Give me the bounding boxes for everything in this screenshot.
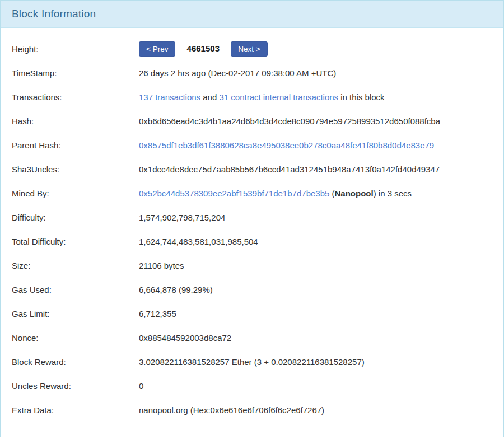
panel-header: Block Information <box>1 1 503 28</box>
extra-data-value: nanopool.org (Hex:0x6e616e6f706f6f6c2e6f… <box>139 405 492 415</box>
row-difficulty: Difficulty: 1,574,902,798,715,204 <box>12 205 492 230</box>
row-total-difficulty: Total Difficulty: 1,624,744,483,581,031,… <box>12 230 492 254</box>
gas-used-value: 6,664,878 (99.29%) <box>139 285 492 294</box>
row-nonce: Nonce: 0x885484592003d8ca72 <box>12 326 492 350</box>
total-difficulty-label: Total Difficulty: <box>12 237 139 246</box>
sha3uncles-label: Sha3Uncles: <box>12 165 139 174</box>
parent-hash-value: 0x8575df1eb3df61f3880628ca8e495038ee0b27… <box>139 141 492 150</box>
transactions-value: 137 transactions and 31 contract interna… <box>139 92 492 102</box>
next-block-button[interactable]: Next > <box>231 41 267 57</box>
height-value-group: < Prev 4661503 Next > <box>139 41 492 57</box>
transactions-mid-text: and <box>200 92 219 102</box>
timestamp-label: TimeStamp: <box>12 68 139 78</box>
size-label: Size: <box>12 261 139 270</box>
prev-block-button[interactable]: < Prev <box>139 41 175 57</box>
row-block-reward: Block Reward: 3.020822116381528257 Ether… <box>12 350 492 374</box>
panel-body: Height: < Prev 4661503 Next > TimeStamp:… <box>1 28 503 428</box>
internal-transactions-link[interactable]: 31 contract internal transactions <box>219 92 338 102</box>
parent-hash-link[interactable]: 0x8575df1eb3df61f3880628ca8e495038ee0b27… <box>139 141 434 150</box>
hash-label: Hash: <box>12 116 139 126</box>
row-size: Size: 21106 bytes <box>12 254 492 278</box>
block-height-value: 4661503 <box>187 44 220 53</box>
row-sha3uncles: Sha3Uncles: 0x1dcc4de8dec75d7aab85b567b6… <box>12 157 492 181</box>
gas-limit-label: Gas Limit: <box>12 309 139 319</box>
block-reward-label: Block Reward: <box>12 357 139 367</box>
block-reward-value: 3.020822116381528257 Ether (3 + 0.020822… <box>139 357 492 367</box>
row-timestamp: TimeStamp: 26 days 2 hrs ago (Dec-02-201… <box>12 61 492 85</box>
size-value: 21106 bytes <box>139 261 492 270</box>
transactions-suffix-text: in this block <box>338 92 385 102</box>
row-parent-hash: Parent Hash: 0x8575df1eb3df61f3880628ca8… <box>12 133 492 157</box>
mined-by-label: Mined By: <box>12 189 139 198</box>
uncles-reward-value: 0 <box>139 381 492 391</box>
row-uncles-reward: Uncles Reward: 0 <box>12 374 492 398</box>
mined-by-value: 0x52bc44d5378309ee2abf1539bf71de1b7d7be3… <box>139 189 492 198</box>
nonce-label: Nonce: <box>12 333 139 343</box>
row-gas-limit: Gas Limit: 6,712,355 <box>12 302 492 326</box>
difficulty-label: Difficulty: <box>12 213 139 222</box>
row-mined-by: Mined By: 0x52bc44d5378309ee2abf1539bf71… <box>12 181 492 205</box>
extra-data-label: Extra Data: <box>12 405 139 415</box>
row-transactions: Transactions: 137 transactions and 31 co… <box>12 85 492 109</box>
nonce-value: 0x885484592003d8ca72 <box>139 333 492 343</box>
transactions-link[interactable]: 137 transactions <box>139 92 200 102</box>
sha3uncles-value: 0x1dcc4de8dec75d7aab85b567b6ccd41ad31245… <box>139 165 492 174</box>
row-gas-used: Gas Used: 6,664,878 (99.29%) <box>12 278 492 302</box>
row-height: Height: < Prev 4661503 Next > <box>12 37 492 61</box>
transactions-label: Transactions: <box>12 92 139 102</box>
miner-post-bold-text: ) in 3 secs <box>374 189 412 198</box>
uncles-reward-label: Uncles Reward: <box>12 381 139 391</box>
difficulty-value: 1,574,902,798,715,204 <box>139 213 492 222</box>
miner-address-link[interactable]: 0x52bc44d5378309ee2abf1539bf71de1b7d7be3… <box>139 189 329 198</box>
row-extra-data: Extra Data: nanopool.org (Hex:0x6e616e6f… <box>12 398 492 422</box>
gas-limit-value: 6,712,355 <box>139 309 492 319</box>
block-information-panel: Block Information Height: < Prev 4661503… <box>0 0 504 437</box>
row-hash: Hash: 0xb6d656ead4c3d4b1aa24d6b4d3d4cde8… <box>12 109 492 133</box>
parent-hash-label: Parent Hash: <box>12 141 139 150</box>
total-difficulty-value: 1,624,744,483,581,031,985,504 <box>139 237 492 246</box>
height-label: Height: <box>12 44 139 54</box>
hash-value: 0xb6d656ead4c3d4b1aa24d6b4d3d4cde8c09079… <box>139 116 492 126</box>
page-title: Block Information <box>12 8 96 20</box>
miner-pre-bold-text: ( <box>329 189 334 198</box>
gas-used-label: Gas Used: <box>12 285 139 294</box>
miner-name: Nanopool <box>335 189 374 198</box>
timestamp-value: 26 days 2 hrs ago (Dec-02-2017 09:38:00 … <box>139 68 492 78</box>
